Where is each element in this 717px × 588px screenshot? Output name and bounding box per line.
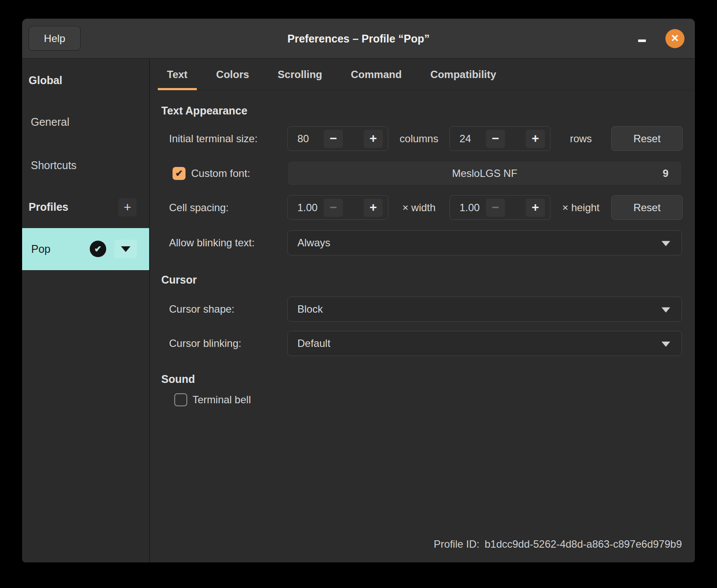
columns-unit-label: columns — [388, 133, 450, 145]
main-panel: Text Colors Scrolling Command Compatibil… — [150, 59, 695, 562]
cursor-shape-value: Block — [297, 303, 323, 315]
profile-name: Pop — [31, 243, 50, 255]
checkmark-icon: ✔ — [175, 168, 183, 179]
custom-font-label-group: ✔ Custom font: — [161, 167, 287, 180]
rows-spinbox[interactable]: 24 − + — [450, 126, 551, 151]
columns-value[interactable]: 80 — [288, 133, 324, 145]
add-profile-button[interactable]: + — [118, 198, 137, 216]
cursor-shape-label: Cursor shape: — [161, 303, 287, 315]
tab-text[interactable]: Text — [158, 59, 197, 90]
cursor-blinking-dropdown[interactable]: Default — [287, 331, 682, 356]
tab-bar: Text Colors Scrolling Command Compatibil… — [150, 59, 695, 91]
tab-compatibility[interactable]: Compatibility — [421, 59, 505, 90]
sidebar-item-profile-pop[interactable]: Pop ✔ — [22, 228, 149, 270]
rows-increment-button[interactable]: + — [526, 130, 545, 148]
profile-id-value: b1dcc9dd-5262-4d8d-a863-c897e6d979b9 — [485, 538, 682, 550]
cell-height-spinbox[interactable]: 1.00 − + — [450, 195, 551, 220]
sidebar-item-general[interactable]: General — [31, 116, 69, 128]
sidebar-heading-global: Global — [29, 74, 62, 87]
rows-unit-label: rows — [551, 133, 611, 145]
row-cell-spacing: Cell spacing: 1.00 − + × width 1.00 − + … — [161, 195, 682, 220]
font-chooser-button[interactable]: MesloLGS NF 9 — [287, 161, 682, 186]
titlebar: Help Preferences – Profile “Pop” ✕ — [22, 19, 695, 59]
preferences-window: Help Preferences – Profile “Pop” ✕ Globa… — [22, 19, 695, 562]
cursor-blinking-value: Default — [297, 337, 330, 350]
cell-width-spinbox[interactable]: 1.00 − + — [287, 195, 388, 220]
cursor-shape-dropdown[interactable]: Block — [287, 297, 682, 322]
cell-width-decrement-button[interactable]: − — [324, 199, 343, 217]
row-cursor-blinking: Cursor blinking: Default — [161, 331, 682, 356]
terminal-size-reset-button[interactable]: Reset — [611, 126, 683, 151]
cell-height-increment-button[interactable]: + — [526, 199, 545, 217]
profile-selected-icon: ✔ — [90, 241, 106, 257]
cell-width-value[interactable]: 1.00 — [288, 202, 324, 214]
window-controls: ✕ — [633, 29, 684, 48]
tab-colors[interactable]: Colors — [207, 59, 258, 90]
allow-blinking-text-label: Allow blinking text: — [161, 237, 287, 249]
cursor-blinking-label: Cursor blinking: — [161, 337, 287, 350]
window-title: Preferences – Profile “Pop” — [287, 32, 430, 45]
section-heading-cursor: Cursor — [161, 273, 682, 286]
chevron-down-icon — [121, 246, 130, 252]
minimize-icon — [638, 39, 646, 42]
sidebar-heading-profiles: Profiles — [29, 201, 68, 213]
close-button[interactable]: ✕ — [665, 29, 684, 48]
font-size-value: 9 — [663, 167, 668, 180]
cell-width-unit-label: × width — [388, 202, 450, 214]
font-name: MesloLGS NF — [452, 167, 518, 180]
help-button[interactable]: Help — [29, 26, 81, 51]
terminal-bell-label: Terminal bell — [192, 394, 251, 406]
columns-increment-button[interactable]: + — [364, 130, 383, 148]
profile-id-label: Profile ID: — [434, 538, 479, 550]
sidebar-item-shortcuts[interactable]: Shortcuts — [31, 159, 77, 172]
allow-blinking-text-dropdown[interactable]: Always — [287, 230, 682, 255]
custom-font-label: Custom font: — [191, 167, 250, 180]
close-icon: ✕ — [671, 33, 679, 44]
section-heading-text-appearance: Text Appearance — [161, 104, 682, 117]
cell-spacing-reset-button[interactable]: Reset — [611, 195, 683, 220]
allow-blinking-text-value: Always — [297, 237, 330, 249]
cell-height-decrement-button[interactable]: − — [486, 199, 505, 217]
rows-value[interactable]: 24 — [450, 133, 486, 145]
rows-decrement-button[interactable]: − — [486, 130, 505, 148]
row-allow-blinking-text: Allow blinking text: Always — [161, 230, 682, 255]
profile-id: Profile ID: b1dcc9dd-5262-4d8d-a863-c897… — [434, 538, 682, 550]
columns-spinbox[interactable]: 80 − + — [287, 126, 388, 151]
text-tab-content: Text Appearance Initial terminal size: 8… — [161, 91, 682, 562]
chevron-down-icon — [662, 342, 670, 347]
tab-command[interactable]: Command — [342, 59, 411, 90]
cell-height-value[interactable]: 1.00 — [450, 202, 486, 214]
sidebar: Global General Shortcuts Profiles + Pop … — [22, 59, 150, 562]
cell-spacing-label: Cell spacing: — [161, 202, 287, 214]
profile-menu-button[interactable] — [114, 240, 137, 258]
chevron-down-icon — [662, 241, 670, 246]
tab-scrolling[interactable]: Scrolling — [269, 59, 332, 90]
initial-terminal-size-label: Initial terminal size: — [161, 133, 287, 145]
cell-width-increment-button[interactable]: + — [364, 199, 383, 217]
window-body: Global General Shortcuts Profiles + Pop … — [22, 59, 695, 562]
terminal-bell-checkbox[interactable] — [174, 393, 187, 406]
custom-font-checkbox[interactable]: ✔ — [173, 167, 186, 180]
cell-height-unit-label: × height — [551, 202, 611, 214]
row-terminal-bell: Terminal bell — [161, 392, 682, 407]
chevron-down-icon — [662, 307, 670, 313]
row-initial-terminal-size: Initial terminal size: 80 − + columns 24… — [161, 126, 682, 151]
row-cursor-shape: Cursor shape: Block — [161, 297, 682, 322]
minimize-button[interactable] — [633, 30, 651, 47]
section-heading-sound: Sound — [161, 372, 682, 385]
columns-decrement-button[interactable]: − — [324, 130, 343, 148]
row-custom-font: ✔ Custom font: MesloLGS NF 9 — [161, 161, 682, 186]
